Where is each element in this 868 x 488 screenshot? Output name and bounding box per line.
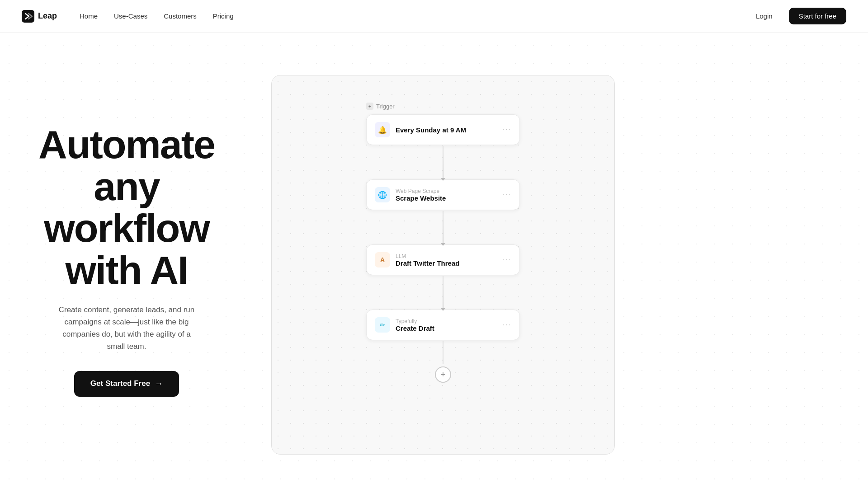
logo-text: Leap xyxy=(38,11,57,21)
login-button[interactable]: Login xyxy=(747,9,782,23)
connector-line-add xyxy=(443,341,443,364)
connector-3 xyxy=(366,275,520,310)
connector-2 xyxy=(366,210,520,244)
start-for-free-button[interactable]: Start for free xyxy=(789,8,846,24)
trigger-plus-icon: + xyxy=(366,103,373,110)
trigger-text: Trigger xyxy=(376,103,395,110)
node-typefully-text: Typefully Create Draft xyxy=(396,318,434,332)
workflow-node-llm[interactable]: A LLM Draft Twitter Thread ··· xyxy=(366,244,520,275)
node-scrape-text: Web Page Scrape Scrape Website xyxy=(396,188,446,202)
node-trigger-left: 🔔 Every Sunday at 9 AM xyxy=(375,122,466,137)
workflow-node-trigger[interactable]: 🔔 Every Sunday at 9 AM ··· xyxy=(366,114,520,145)
connector-line-2 xyxy=(443,211,443,244)
workflow-panel: + Trigger 🔔 Every Sunday at 9 AM ··· xyxy=(271,75,615,455)
nav-link-pricing[interactable]: Pricing xyxy=(207,9,240,23)
logo-icon xyxy=(22,10,34,23)
hero-copy: Automate any workflow with AI Create con… xyxy=(0,124,253,396)
node-scrape-menu[interactable]: ··· xyxy=(503,191,511,199)
connector-line-1 xyxy=(443,146,443,178)
llm-icon: A xyxy=(375,252,390,267)
hero-right: + Trigger 🔔 Every Sunday at 9 AM ··· xyxy=(253,33,868,488)
node-llm-menu[interactable]: ··· xyxy=(503,256,511,264)
node-llm-title: Draft Twitter Thread xyxy=(396,259,459,267)
nav-link-use-cases[interactable]: Use-Cases xyxy=(108,9,154,23)
workflow-node-scrape[interactable]: 🌐 Web Page Scrape Scrape Website ··· xyxy=(366,179,520,210)
connector-add: + xyxy=(366,340,520,383)
web-icon: 🌐 xyxy=(375,187,390,202)
node-llm-text: LLM Draft Twitter Thread xyxy=(396,253,459,267)
nav-link-home[interactable]: Home xyxy=(73,9,104,23)
node-scrape-left: 🌐 Web Page Scrape Scrape Website xyxy=(375,187,446,202)
arrow-icon: → xyxy=(155,379,163,389)
hero-title: Automate any workflow with AI xyxy=(38,124,215,291)
trigger-icon: 🔔 xyxy=(375,122,390,137)
nav-links: Home Use-Cases Customers Pricing xyxy=(73,9,240,23)
workflow-node-typefully[interactable]: ✏ Typefully Create Draft ··· xyxy=(366,310,520,340)
typefully-icon: ✏ xyxy=(375,317,390,333)
hero-section: Automate any workflow with AI Create con… xyxy=(0,0,868,488)
node-scrape-title: Scrape Website xyxy=(396,194,446,202)
node-typefully-left: ✏ Typefully Create Draft xyxy=(375,317,434,333)
node-trigger-menu[interactable]: ··· xyxy=(503,126,511,134)
nav-left: Leap Home Use-Cases Customers Pricing xyxy=(22,9,240,23)
nav-right: Login Start for free xyxy=(747,8,846,24)
hero-subtitle: Create content, generate leads, and run … xyxy=(54,304,199,353)
node-trigger-text: Every Sunday at 9 AM xyxy=(396,126,466,134)
node-typefully-label: Typefully xyxy=(396,318,434,324)
logo[interactable]: Leap xyxy=(22,10,57,23)
connector-1 xyxy=(366,145,520,179)
navbar: Leap Home Use-Cases Customers Pricing Lo… xyxy=(0,0,868,33)
node-typefully-title: Create Draft xyxy=(396,324,434,332)
node-llm-label: LLM xyxy=(396,253,459,259)
connector-line-3 xyxy=(443,276,443,309)
node-scrape-label: Web Page Scrape xyxy=(396,188,446,194)
node-typefully-menu[interactable]: ··· xyxy=(503,321,511,329)
get-started-label: Get Started Free xyxy=(90,379,150,388)
workflow-content: + Trigger 🔔 Every Sunday at 9 AM ··· xyxy=(366,103,520,383)
nav-link-customers[interactable]: Customers xyxy=(157,9,203,23)
add-node-button[interactable]: + xyxy=(435,366,451,383)
get-started-button[interactable]: Get Started Free → xyxy=(74,371,179,397)
node-trigger-title: Every Sunday at 9 AM xyxy=(396,126,466,134)
node-llm-left: A LLM Draft Twitter Thread xyxy=(375,252,459,267)
trigger-label: + Trigger xyxy=(366,103,395,110)
